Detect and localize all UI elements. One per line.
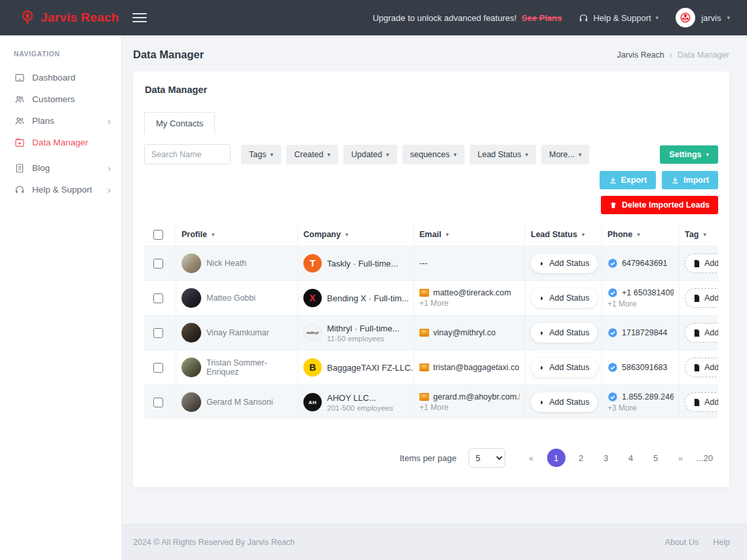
download-icon xyxy=(671,176,680,185)
sort-chevron-icon: ▾ xyxy=(582,231,585,238)
upgrade-text: Upgrade to unlock advanced features! xyxy=(373,13,517,23)
chevron-down-icon: ▾ xyxy=(656,14,659,21)
email-more[interactable]: +1 More xyxy=(419,403,520,412)
sidebar-item-data-manager[interactable]: Data Manager xyxy=(0,132,121,153)
profile-name[interactable]: Vinay Ramkumar xyxy=(206,328,269,337)
sidebar-section-label: NAVIGATION xyxy=(0,50,121,67)
company-name[interactable]: AHOY LLC... xyxy=(327,393,393,403)
upgrade-banner: Upgrade to unlock advanced features! See… xyxy=(373,13,562,23)
filter-more[interactable]: More...▾ xyxy=(541,145,589,164)
filter-updated[interactable]: Updated▾ xyxy=(343,145,397,164)
select-all-checkbox[interactable] xyxy=(153,230,163,240)
sidebar-item-blog[interactable]: Blog › xyxy=(0,157,121,179)
add-tag-button[interactable]: Add tag xyxy=(685,392,718,412)
sidebar-item-label: Data Manager xyxy=(32,138,88,147)
column-header-email[interactable]: Email▾ xyxy=(413,223,525,246)
sidebar-item-plans[interactable]: Plans › xyxy=(0,110,121,132)
hamburger-menu-icon[interactable] xyxy=(132,13,147,22)
data-manager-card: Data Manager My Contacts Tags▾ Created▾ … xyxy=(133,71,729,487)
column-header-tag[interactable]: Tag▾ xyxy=(679,223,718,246)
brand-logo[interactable]: Jarvis Reach xyxy=(20,10,119,26)
items-per-page-select[interactable]: 5 xyxy=(469,448,505,468)
profile-name[interactable]: Matteo Gobbi xyxy=(206,293,256,303)
profile-name[interactable]: Gerard M Sansoni xyxy=(206,398,273,407)
sidebar-item-label: Customers xyxy=(32,94,75,104)
help-support-menu[interactable]: Help & Support ▾ xyxy=(579,13,659,23)
phone-more[interactable]: +3 More xyxy=(607,403,674,413)
page-button-3[interactable]: 3 xyxy=(597,449,615,467)
profile-name[interactable]: Nick Heath xyxy=(206,259,246,268)
prev-page-button[interactable]: « xyxy=(522,449,541,467)
chevron-down-icon: ▾ xyxy=(386,151,389,158)
page-button-2[interactable]: 2 xyxy=(572,449,590,467)
company-size: 201-500 employees xyxy=(327,404,393,412)
company-name[interactable]: Mithryl · Full-time... xyxy=(327,324,400,333)
next-page-button[interactable]: » xyxy=(672,449,690,467)
breadcrumb-current: Data Manager xyxy=(678,50,729,60)
column-header-profile[interactable]: Profile▾ xyxy=(176,223,297,246)
email-icon xyxy=(419,393,429,401)
page-button-1[interactable]: 1 xyxy=(547,449,565,467)
add-tag-button[interactable]: Add tag xyxy=(685,323,718,343)
email-more[interactable]: +1 More xyxy=(419,299,511,308)
export-button[interactable]: Export xyxy=(600,171,657,189)
email-text: --- xyxy=(419,259,428,268)
page-button-4[interactable]: 4 xyxy=(622,449,640,467)
add-tag-button[interactable]: Add tag xyxy=(685,253,718,273)
breadcrumb-root[interactable]: Jarvis Reach xyxy=(617,50,664,60)
row-checkbox[interactable] xyxy=(153,259,163,269)
filter-lead-status[interactable]: Lead Status▾ xyxy=(470,145,536,164)
settings-button[interactable]: Settings ▾ xyxy=(660,145,718,164)
column-header-phone[interactable]: Phone▾ xyxy=(602,223,679,246)
add-tag-button[interactable]: Add tag xyxy=(685,358,718,377)
user-menu[interactable]: jarvis ▾ xyxy=(676,8,730,28)
column-header-lead-status[interactable]: Lead Status▾ xyxy=(525,223,602,246)
import-button[interactable]: Import xyxy=(662,171,718,189)
sort-chevron-icon: ▾ xyxy=(703,231,706,238)
add-status-button[interactable]: ◗Add Status xyxy=(531,358,598,377)
table-header-row: Profile▾ Company▾ Email▾ Lead Status▾ Ph… xyxy=(144,223,718,246)
filter-created[interactable]: Created▾ xyxy=(286,145,338,164)
avatar xyxy=(182,288,201,308)
email-text: tristan@baggagetaxi.com xyxy=(433,363,520,372)
add-status-button[interactable]: ◗Add Status xyxy=(531,323,598,343)
row-checkbox[interactable] xyxy=(153,398,163,407)
sidebar-item-help-support[interactable]: Help & Support › xyxy=(0,179,121,200)
email-text: vinay@mithryl.co xyxy=(433,328,495,337)
sort-chevron-icon: ▾ xyxy=(345,231,349,238)
company-name[interactable]: Bending X · Full-tim... xyxy=(327,293,408,303)
headset-icon xyxy=(14,184,25,195)
filter-sequences[interactable]: sequences▾ xyxy=(402,145,465,164)
footer-link-help[interactable]: Help xyxy=(713,538,730,547)
filter-tags[interactable]: Tags▾ xyxy=(241,145,281,164)
row-checkbox[interactable] xyxy=(153,293,163,303)
delete-imported-leads-button[interactable]: Delete Imported Leads xyxy=(601,196,718,214)
chevron-right-icon: › xyxy=(107,185,111,195)
add-status-button[interactable]: ◗Add Status xyxy=(531,288,598,308)
folder-plus-icon xyxy=(14,137,25,148)
add-tag-button[interactable]: Add tag xyxy=(685,288,718,308)
row-checkbox[interactable] xyxy=(153,363,163,373)
phone-number: 1718729844 xyxy=(622,328,668,337)
user-avatar-emblem-icon xyxy=(680,12,691,24)
export-import-row: Export Import xyxy=(144,171,718,189)
page-button-5[interactable]: 5 xyxy=(647,449,665,467)
see-plans-link[interactable]: See Plans xyxy=(522,13,562,23)
add-status-button[interactable]: ◗Add Status xyxy=(531,253,598,273)
profile-name[interactable]: Tristan Sommer-Enriquez xyxy=(206,358,292,377)
company-name[interactable]: BaggageTAXI FZ-LLC... xyxy=(327,363,408,373)
add-status-button[interactable]: ◗Add Status xyxy=(531,392,598,412)
search-input[interactable] xyxy=(144,144,231,164)
company-name[interactable]: Taskly · Full-time... xyxy=(327,259,398,269)
footer-link-about-us[interactable]: About Us xyxy=(665,538,699,547)
phone-more[interactable]: +1 More xyxy=(607,299,674,308)
tab-my-contacts[interactable]: My Contacts xyxy=(144,112,215,134)
row-checkbox[interactable] xyxy=(153,328,163,338)
sidebar-item-dashboard[interactable]: Dashboard xyxy=(0,67,121,88)
column-header-company[interactable]: Company▾ xyxy=(297,223,413,246)
verified-badge-icon xyxy=(607,288,618,298)
sidebar-item-customers[interactable]: Customers xyxy=(0,88,121,110)
users-icon xyxy=(14,94,25,105)
last-page-button[interactable]: ...20 xyxy=(697,453,713,463)
sidebar-item-label: Help & Support xyxy=(32,185,92,195)
